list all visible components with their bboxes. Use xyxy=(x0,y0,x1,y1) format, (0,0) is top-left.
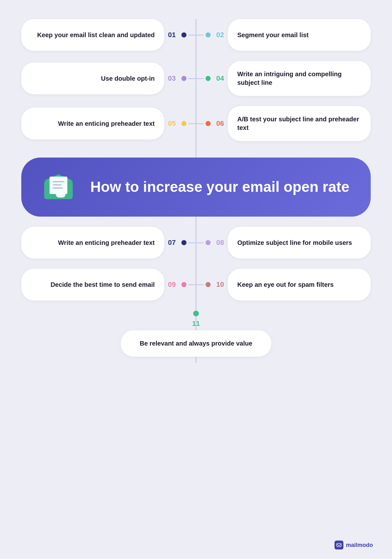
card-01: Keep your email list clean and updated xyxy=(21,19,164,51)
svg-rect-4 xyxy=(53,187,63,189)
card-07-text: Write an enticing preheader text xyxy=(58,239,155,247)
logo: mailmodo xyxy=(335,541,373,549)
connector-05-06: 05 06 xyxy=(164,119,228,128)
card-03: Use double opt-in xyxy=(21,63,164,94)
dot-04 xyxy=(206,76,211,81)
connector-03-04: 03 04 xyxy=(164,74,228,83)
row-1: Keep your email list clean and updated 0… xyxy=(21,19,371,51)
dot-01 xyxy=(181,32,186,37)
svg-rect-2 xyxy=(53,181,64,182)
card-06-text: A/B test your subject line and preheader… xyxy=(237,115,359,132)
card-08-text: Optimize subject line for mobile users xyxy=(237,239,352,247)
num-02: 02 xyxy=(213,31,228,39)
card-05: Write an enticing preheader text xyxy=(21,108,164,139)
svg-rect-6 xyxy=(56,192,65,198)
row-4: Write an enticing preheader text 07 08 O… xyxy=(21,227,371,259)
num-10: 10 xyxy=(213,280,228,289)
num-01: 01 xyxy=(164,31,179,39)
logo-icon xyxy=(335,541,343,549)
card-09-text: Decide the best time to send email xyxy=(51,280,155,289)
connector-07-08: 07 08 xyxy=(164,239,228,247)
email-open-icon xyxy=(43,173,78,201)
logo-label: mailmodo xyxy=(346,542,373,549)
num-05: 05 xyxy=(164,119,179,128)
dot-05 xyxy=(181,121,186,126)
single-card-container: 11 Be relevant and always provide value xyxy=(121,311,272,357)
dot-10 xyxy=(206,282,211,287)
dot-08 xyxy=(206,240,211,245)
line-09-10 xyxy=(188,284,204,285)
hero-text: How to increase your email open rate xyxy=(90,178,349,196)
line-01-02 xyxy=(188,35,204,36)
num-04: 04 xyxy=(213,74,228,83)
card-10-text: Keep an eye out for spam filters xyxy=(237,280,334,289)
card-08: Optimize subject line for mobile users xyxy=(228,227,371,259)
num-07: 07 xyxy=(164,239,179,247)
svg-rect-7 xyxy=(337,543,341,547)
line-07-08 xyxy=(188,242,204,243)
dot-02 xyxy=(206,32,211,37)
hero-banner: How to increase your email open rate xyxy=(21,158,371,217)
row-5: Decide the best time to send email 09 10… xyxy=(21,269,371,300)
card-01-text: Keep your email list clean and updated xyxy=(37,31,155,39)
num-06: 06 xyxy=(213,119,228,128)
dot-03 xyxy=(181,76,186,81)
line-05-06 xyxy=(188,123,204,124)
num-03: 03 xyxy=(164,74,179,83)
card-09: Decide the best time to send email xyxy=(21,269,164,300)
line-03-04 xyxy=(188,78,204,79)
row-6: 11 Be relevant and always provide value xyxy=(21,311,371,357)
num-11: 11 xyxy=(192,320,200,328)
card-02: Segment your email list xyxy=(228,19,371,51)
connector-09-10: 09 10 xyxy=(164,280,228,289)
dot-09 xyxy=(181,282,186,287)
row-2: Use double opt-in 03 04 Write an intrigu… xyxy=(21,61,371,96)
connector-01-02: 01 02 xyxy=(164,31,228,39)
card-11: Be relevant and always provide value xyxy=(121,330,272,357)
card-04-text: Write an intriguing and compelling subje… xyxy=(237,70,359,87)
dot-07 xyxy=(181,240,186,245)
row-3: Write an enticing preheader text 05 06 A… xyxy=(21,106,371,141)
num-08: 08 xyxy=(213,239,228,247)
main-container: Keep your email list clean and updated 0… xyxy=(21,19,371,363)
dot-06 xyxy=(206,121,211,126)
card-11-text: Be relevant and always provide value xyxy=(140,340,253,347)
card-02-text: Segment your email list xyxy=(237,31,309,39)
dot-11-top xyxy=(193,311,199,316)
card-05-text: Write an enticing preheader text xyxy=(58,119,155,128)
card-04: Write an intriguing and compelling subje… xyxy=(228,61,371,96)
svg-rect-3 xyxy=(53,184,62,185)
card-10: Keep an eye out for spam filters xyxy=(228,269,371,300)
num-09: 09 xyxy=(164,280,179,289)
card-07: Write an enticing preheader text xyxy=(21,227,164,259)
card-06: A/B test your subject line and preheader… xyxy=(228,106,371,141)
card-03-text: Use double opt-in xyxy=(101,74,155,83)
